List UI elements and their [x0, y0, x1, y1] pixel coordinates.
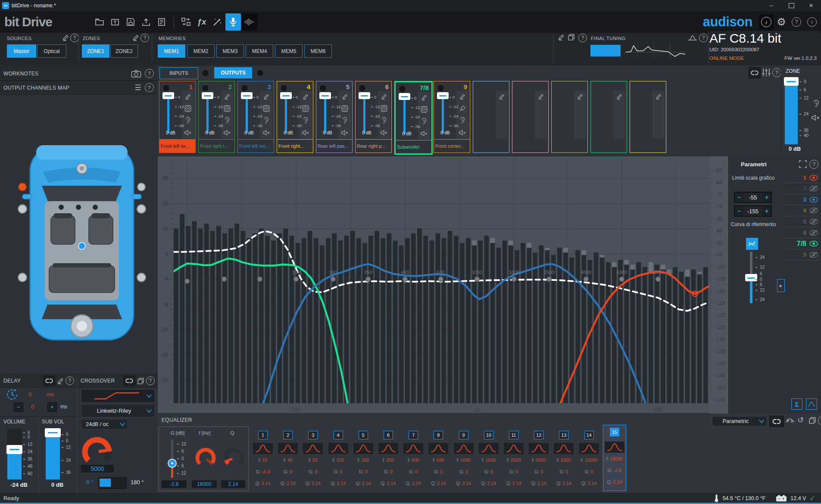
eye-icon[interactable]	[809, 240, 818, 247]
finaltuning-edit-icon[interactable]	[557, 33, 565, 41]
channel-strip-5[interactable]: 50-12-24-360 dBRear left pas...	[316, 81, 353, 153]
rta-analyzer-button[interactable]	[242, 13, 257, 31]
delay-link-icon[interactable]	[43, 376, 55, 386]
channel-fader-track[interactable]	[167, 99, 169, 133]
eq-point-dot[interactable]	[619, 277, 624, 282]
eq-band-number[interactable]: 8	[434, 431, 443, 439]
eq-band-number[interactable]: 9	[459, 431, 468, 439]
channel-listen-icon[interactable]	[262, 117, 270, 124]
zone2-button[interactable]: ZONE2	[110, 44, 138, 58]
channel-fader-handle[interactable]	[162, 92, 174, 99]
subvol-slider-handle[interactable]	[45, 428, 61, 437]
settings-gear-icon[interactable]: ⚙	[776, 16, 787, 28]
auto-tune-wand-icon[interactable]	[212, 16, 223, 28]
eq-point-dot[interactable]	[294, 277, 299, 282]
zone-mute-icon[interactable]	[812, 114, 820, 121]
eq-band-7[interactable]: 7f: 400G: 0Q: 2.14	[402, 426, 425, 489]
eq-band-number[interactable]: 15	[610, 428, 619, 436]
channel-visibility-row-4[interactable]: 4	[784, 205, 818, 216]
eye-off-icon[interactable]	[809, 207, 818, 214]
eq-band-13[interactable]: 13f: 6300G: 0Q: 2.14	[553, 426, 575, 489]
eq-band-12[interactable]: 12f: 4000G: 0Q: 2.14	[528, 426, 550, 489]
worknotes-help-icon[interactable]: ?	[145, 69, 154, 78]
channel-strip-empty-2[interactable]	[512, 81, 549, 153]
channel-edit-icon[interactable]	[184, 93, 192, 100]
crossover-slope-dropdown[interactable]: 24dB / oc	[81, 419, 128, 430]
crossover-copy-icon[interactable]	[137, 377, 145, 385]
channel-listen-icon[interactable]	[341, 117, 349, 124]
eq-band-9[interactable]: 9f: 1000G: 0Q: 2.14	[453, 426, 475, 489]
eq-copy-icon[interactable]	[808, 416, 817, 425]
channel-fader-handle[interactable]	[359, 92, 370, 99]
eq-band-8[interactable]: 8f: 630G: 0Q: 2.14	[427, 426, 450, 489]
eq-mode-dropdown[interactable]: Parametric	[712, 416, 767, 426]
sources-help-icon[interactable]: ?	[70, 34, 79, 42]
eq-band-6[interactable]: 6f: 250G: 0Q: 2.14	[377, 426, 400, 489]
eq-band-number[interactable]: 5	[359, 431, 368, 439]
eq-point-dot[interactable]	[366, 277, 371, 282]
source-master-button[interactable]: Master	[7, 44, 36, 58]
memory-5-button[interactable]: MEM5	[275, 44, 303, 58]
source-optical-button[interactable]: Optical	[37, 44, 66, 58]
channel-edit-icon[interactable]	[341, 93, 349, 100]
eq-band-number[interactable]: 1	[258, 431, 268, 439]
zone-mixer-icon[interactable]	[762, 68, 771, 77]
memory-4-button[interactable]: MEM4	[246, 44, 273, 58]
eq-band-1[interactable]: 1f: 25G: -0.4Q: 2.14	[252, 426, 274, 489]
channel-fader-handle[interactable]	[202, 92, 213, 99]
eq-band-number[interactable]: 6	[384, 431, 393, 439]
sources-edit-icon[interactable]	[61, 33, 70, 42]
tab-inputs[interactable]: INPUTS	[159, 67, 198, 79]
channel-edit-icon[interactable]	[302, 93, 309, 100]
delay-plus-button[interactable]: +	[47, 402, 57, 412]
channel-strip-1[interactable]: 10-12-24-360 dBFront left tw...	[159, 81, 196, 153]
eq-band-2[interactable]: 2f: 40G: 0Q: 2.14	[277, 426, 299, 489]
channel-speaker-icon[interactable]	[459, 105, 466, 112]
channel-strip-empty-1[interactable]	[473, 81, 509, 153]
eq-reset-icon[interactable]: ↺	[797, 415, 804, 425]
eye-icon[interactable]	[809, 174, 818, 181]
zone1-button[interactable]: ZONE1	[82, 44, 109, 58]
expand-arrow-button[interactable]: ▶	[777, 279, 785, 292]
channel-edit-icon[interactable]	[537, 93, 545, 100]
eye-off-icon[interactable]	[809, 252, 818, 258]
channel-fader-track[interactable]	[206, 99, 209, 133]
channel-fader-track[interactable]	[363, 99, 365, 133]
channel-strip-7/8[interactable]: 7/80-12-24-360 dBSubwoofer	[394, 81, 433, 155]
channel-edit-icon[interactable]	[380, 93, 388, 100]
save-icon[interactable]	[125, 16, 136, 28]
io-routing-icon[interactable]	[181, 16, 192, 28]
eq-link-icon[interactable]	[769, 416, 784, 427]
reference-curve-button[interactable]	[746, 238, 758, 250]
eq-point-dot[interactable]	[475, 277, 480, 282]
limit-min-plus-button[interactable]: +	[762, 206, 771, 216]
fullscreen-icon[interactable]	[799, 160, 807, 168]
finaltuning-copy-icon[interactable]	[567, 33, 575, 41]
parametri-help-icon[interactable]: ?	[809, 160, 818, 169]
eq-band-number[interactable]: 13	[559, 431, 568, 439]
finaltuning-help-icon[interactable]: ?	[578, 34, 587, 42]
volume-slider-handle[interactable]	[6, 445, 22, 454]
channel-mute-icon[interactable]	[262, 129, 270, 137]
new-config-icon[interactable]	[109, 16, 121, 28]
channel-mute-icon[interactable]	[459, 129, 466, 137]
zone-slider-handle[interactable]	[784, 77, 799, 86]
channel-strip-empty-4[interactable]	[590, 81, 627, 153]
channel-listen-icon[interactable]	[380, 117, 388, 124]
channel-speaker-icon[interactable]	[262, 105, 270, 112]
help-icon[interactable]: ?	[791, 16, 802, 28]
eq-band-14[interactable]: 14f: 10000G: 0Q: 2.14	[578, 426, 600, 489]
channel-strip-4[interactable]: 40-12-24-360 dBFront right...	[277, 81, 313, 153]
channel-fader-track[interactable]	[246, 99, 248, 133]
channel-mute-icon[interactable]	[380, 129, 388, 137]
channel-visibility-row-5[interactable]: 5	[784, 216, 818, 227]
delay-help-icon[interactable]: ?	[66, 376, 74, 385]
eq-band-3[interactable]: 3f: 63G: 0Q: 2.14	[302, 426, 324, 489]
eq-band-5[interactable]: 5f: 160G: 0Q: 2.14	[352, 426, 375, 489]
eq-point-dot[interactable]	[222, 277, 226, 282]
minimize-button[interactable]: ─	[762, 0, 781, 11]
channel-listen-icon[interactable]	[223, 117, 231, 124]
limit-max-plus-button[interactable]: +	[762, 193, 771, 202]
open-file-icon[interactable]	[94, 16, 105, 28]
channel-strip-6[interactable]: 60-12-24-360 dBRear right p...	[355, 81, 392, 153]
